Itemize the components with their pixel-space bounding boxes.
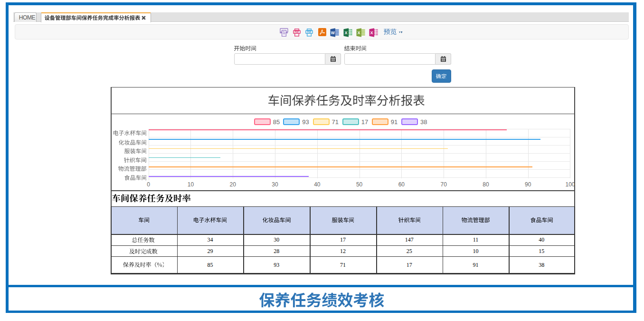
svg-text:PDF: PDF (307, 30, 312, 33)
svg-text:W: W (331, 30, 335, 35)
svg-text:X: X (358, 30, 360, 35)
svg-text:PDF: PDF (294, 30, 299, 33)
svg-text:X: X (370, 30, 373, 35)
svg-text:X: X (344, 30, 347, 35)
